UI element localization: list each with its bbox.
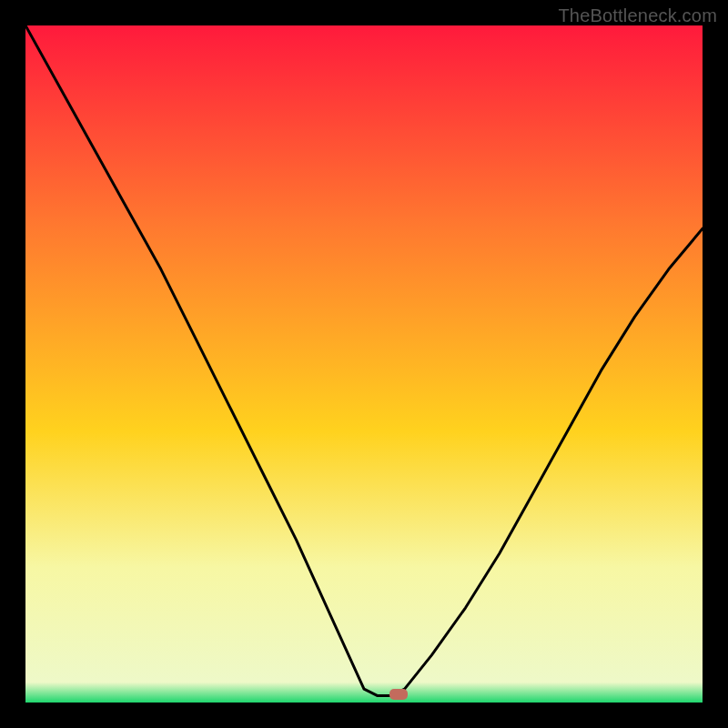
optimal-point-marker: [389, 689, 408, 700]
bottleneck-curve: [25, 25, 703, 703]
chart-area: [25, 25, 703, 703]
watermark-text: TheBottleneck.com: [558, 5, 717, 26]
